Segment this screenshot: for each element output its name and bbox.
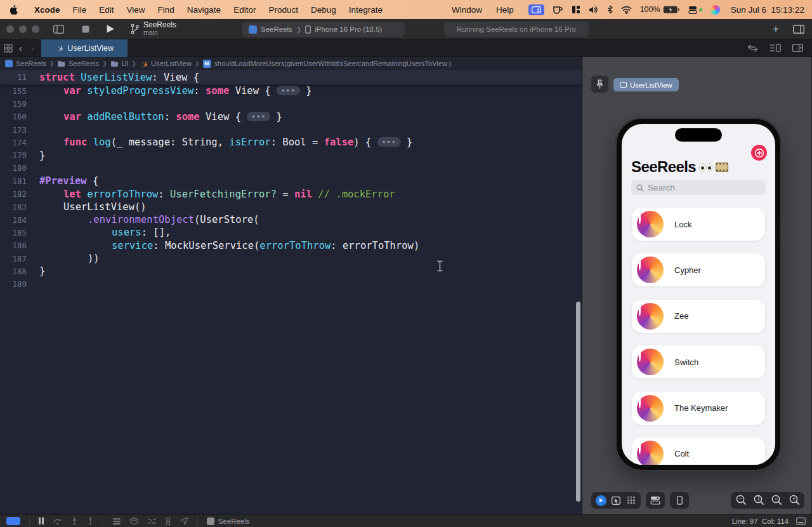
breadcrumb-item[interactable]: SeeReels [57,60,99,67]
caffeine-cup-icon[interactable] [553,5,563,14]
preview-device-button[interactable] [672,493,686,507]
close-window-button[interactable] [6,25,14,33]
line-number[interactable]: 159 [0,99,30,109]
apple-menu-icon[interactable] [9,4,19,15]
volume-icon[interactable] [589,6,599,14]
code-review-icon[interactable] [747,44,758,52]
line-number[interactable]: 189 [0,279,30,289]
code-line[interactable]: 188} [0,265,582,277]
code-text[interactable]: struct UserListView: View { [30,72,199,83]
code-text[interactable]: var addReelButton: some View { ••• } [30,111,282,123]
scheme-selector[interactable]: SeeReels ❯ iPhone 16 Pro (18.5) [242,22,405,37]
add-reel-button[interactable] [751,145,767,161]
zoom-out-button[interactable]: − [735,494,747,507]
code-line[interactable]: 185users: [], [0,226,582,239]
pause-button[interactable] [39,517,44,524]
search-input[interactable]: Search [631,180,766,195]
back-button[interactable]: ‹ [16,43,25,53]
code-line[interactable]: 159 [0,97,582,110]
line-number[interactable]: 179 [0,150,30,160]
user-card[interactable]: Switch [632,345,765,378]
pinned-code-line[interactable]: 11struct UserListView: View { [0,70,582,84]
editor-adjust-icon[interactable] [796,517,806,525]
menu-item-debug[interactable]: Debug [304,5,343,15]
bluetooth-icon[interactable] [607,5,613,14]
code-line[interactable]: 186service: MockUserService(errorToThrow… [0,239,582,252]
menu-item-window[interactable]: Window [445,5,488,15]
battery-indicator[interactable]: 100% [640,5,680,14]
tab-userlistview[interactable]: UserListView [41,39,128,57]
menu-item-edit[interactable]: Edit [93,5,120,15]
menu-item-view[interactable]: View [121,5,152,15]
menu-item-editor[interactable]: Editor [227,5,262,15]
branch-name[interactable]: main [143,29,176,37]
breadcrumb-item[interactable]: UI [110,60,129,67]
forward-button[interactable]: › [29,43,37,53]
split-editor-icon[interactable] [792,44,803,52]
menu-clock[interactable]: Sun Jul 6 15:13:22 [731,5,804,15]
line-number[interactable]: 183 [0,202,30,211]
selectable-preview-button[interactable] [609,493,623,507]
step-into-button[interactable] [71,517,78,525]
code-line[interactable]: 173 [0,123,582,136]
menu-item-file[interactable]: File [67,5,93,15]
debug-process[interactable]: SeeReels [207,517,250,525]
code-line[interactable]: 179} [0,149,582,161]
menu-item-product[interactable]: Product [262,5,304,15]
code-text[interactable]: var styledProgressView: some View { ••• … [30,85,312,97]
simulate-location-button[interactable] [180,517,188,525]
line-number[interactable]: 173 [0,125,30,135]
user-card[interactable]: The Keymaker [632,392,765,425]
user-card[interactable]: Cypher [632,253,765,286]
menu-item-navigate[interactable]: Navigate [181,5,227,15]
line-number[interactable]: 155 [0,86,30,96]
code-text[interactable]: .environmentObject(UserStore( [30,214,259,225]
line-number[interactable]: 180 [0,163,30,173]
menu-item-integrate[interactable]: Integrate [343,5,389,15]
line-number[interactable]: 181 [0,177,30,186]
linked-objects-button[interactable] [165,517,171,526]
step-over-button[interactable] [53,517,62,525]
code-line[interactable]: 174func log(_ message: String, isError: … [0,136,582,149]
zoom-in-button[interactable]: + [788,494,801,507]
breakpoints-toggle[interactable] [6,517,20,525]
code-line[interactable]: 182let errorToThrow: UserFetchingError? … [0,187,582,200]
code-text[interactable]: } [30,150,45,161]
live-preview-button[interactable] [594,493,608,507]
wifi-icon[interactable] [621,6,632,14]
code-line[interactable]: 184.environmentObject(UserStore( [0,213,582,226]
code-line[interactable]: 181#Preview { [0,175,582,187]
screen-mirroring-icon[interactable] [528,4,544,15]
add-button[interactable]: + [773,23,779,36]
user-card[interactable]: Zee [632,300,765,333]
run-button[interactable] [106,24,115,34]
device-settings-button[interactable] [648,493,662,507]
environment-overrides-button[interactable] [147,517,156,525]
memory-graph-button[interactable] [130,517,138,525]
code-text[interactable]: )) [30,253,100,264]
variants-preview-button[interactable] [624,493,638,507]
view-hierarchy-button[interactable] [112,517,121,525]
line-number[interactable]: 174 [0,138,30,147]
line-number[interactable]: 184 [0,215,30,225]
line-number[interactable]: 182 [0,189,30,199]
preview-target-pill[interactable]: UserListView [613,78,679,91]
stop-button[interactable] [82,25,89,33]
siri-icon[interactable] [710,5,720,15]
step-out-button[interactable] [87,517,94,525]
code-text[interactable]: let errorToThrow: UserFetchingError? = n… [30,189,395,200]
code-fold-ellipsis-icon[interactable]: ••• [377,137,401,147]
toggle-inspector-button[interactable] [793,25,804,34]
breadcrumb-item[interactable]: UserListView [140,60,192,68]
code-text[interactable]: #Preview { [30,175,98,187]
displays-menu-icon[interactable] [688,6,702,14]
line-number[interactable]: 187 [0,254,30,264]
line-number[interactable]: 11 [0,72,30,82]
code-area[interactable]: 11struct UserListView: View { 155var sty… [0,70,582,514]
code-line[interactable]: 183UserListView() [0,201,582,213]
pin-preview-button[interactable] [591,76,608,93]
window-tiling-icon[interactable] [572,5,580,14]
line-number[interactable]: 186 [0,241,30,250]
code-line[interactable]: 180 [0,162,582,175]
code-text[interactable]: users: [], [30,227,171,238]
